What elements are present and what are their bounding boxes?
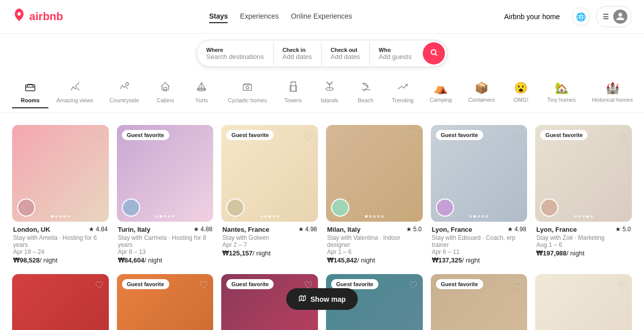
- favorite-button[interactable]: ♡: [513, 130, 522, 142]
- listing-image-wrap: ♡: [326, 125, 423, 222]
- checkout-value[interactable]: Add dates: [331, 53, 360, 60]
- tiny-homes-icon: 🏡: [555, 82, 568, 95]
- listing-dates: Apr 8 – 13: [118, 248, 213, 255]
- nav-experiences[interactable]: Experiences: [240, 10, 279, 23]
- search-checkout[interactable]: Check out Add dates: [321, 42, 370, 65]
- dot-indicator: [591, 215, 593, 218]
- listing-info: Turin, Italy ★ 4.88 Stay with Carmela · …: [117, 222, 214, 266]
- listing-card[interactable]: Guest favorite ♡ Rome, Italy ★ 4.96 Stay…: [431, 274, 528, 330]
- checkin-value[interactable]: Add dates: [283, 53, 312, 60]
- airbnb-home-button[interactable]: Airbnb your home: [498, 10, 566, 24]
- listing-host: Stay with Amelia · Hosting for 6 years: [13, 234, 108, 248]
- listing-card[interactable]: ♡ Paris, France ★ 4.91 Stay with Marc · …: [12, 274, 109, 330]
- main-nav: Stays Experiences Online Experiences: [209, 10, 352, 23]
- category-cabins[interactable]: Cabins: [147, 79, 183, 108]
- rooms-icon: [25, 81, 36, 95]
- nav-stays[interactable]: Stays: [209, 10, 228, 23]
- category-historical[interactable]: 🏰 Historical homes: [584, 80, 640, 108]
- favorite-button[interactable]: ♡: [199, 130, 208, 142]
- listing-card[interactable]: Guest favorite ♡ Amsterdam, Netherlands …: [117, 274, 214, 330]
- category-towers[interactable]: Towers: [275, 79, 311, 108]
- listing-card[interactable]: Guest favorite ♡ Nantes, France ★ 4.98 S…: [221, 125, 318, 266]
- category-trending[interactable]: Trending: [384, 79, 422, 108]
- host-avatar: [436, 199, 454, 217]
- listing-row-title: Nantes, France ★ 4.98: [222, 226, 317, 233]
- category-amazing-views[interactable]: Amazing views: [48, 79, 101, 108]
- dot-indicators: [574, 215, 593, 218]
- favorite-button[interactable]: ♡: [513, 279, 522, 291]
- favorite-button[interactable]: ♡: [618, 130, 627, 142]
- listing-card[interactable]: ♡ Milan, Italy ★ 5.0 Stay with Valentina…: [326, 125, 423, 266]
- listing-row-title: London, UK ★ 4.84: [13, 226, 108, 233]
- historical-label: Historical homes: [592, 97, 632, 103]
- favorite-button[interactable]: ♡: [95, 130, 104, 142]
- favorite-button[interactable]: ♡: [199, 279, 208, 291]
- category-containers[interactable]: 📦 Containers: [460, 80, 503, 108]
- tiny-homes-label: Tiny homes: [547, 97, 575, 103]
- listing-info: Milan, Italy ★ 5.0 Stay with Valentina ·…: [326, 222, 423, 266]
- cycladic-label: Cycladic homes: [228, 97, 267, 103]
- listing-card[interactable]: ♡ Vienna, Austria ★ 4.89 Stay with Hans …: [535, 274, 632, 330]
- search-checkin[interactable]: Check in Add dates: [274, 42, 322, 65]
- listing-card[interactable]: Guest favorite ♡ Lyon, France ★ 4.98 Sta…: [431, 125, 528, 266]
- favorite-button[interactable]: ♡: [409, 279, 418, 291]
- listing-image-wrap: Guest favorite ♡: [117, 125, 214, 222]
- star-icon: ★: [406, 226, 412, 233]
- dot-indicator: [277, 215, 279, 218]
- dot-indicator: [59, 215, 61, 218]
- guest-favorite-badge: Guest favorite: [436, 279, 483, 289]
- favorite-button[interactable]: ♡: [95, 279, 104, 291]
- favorite-button[interactable]: ♡: [409, 130, 418, 142]
- dot-indicator: [156, 215, 158, 218]
- listing-rating: ★ 4.88: [194, 226, 212, 233]
- cabins-icon: [160, 81, 171, 95]
- show-map-button[interactable]: Show map: [286, 288, 358, 310]
- category-cycladic[interactable]: Cycladic homes: [220, 79, 275, 108]
- category-rooms[interactable]: Rooms: [12, 79, 48, 108]
- listing-info: Lyon, France ★ 4.98 Stay with Edouard · …: [431, 222, 528, 266]
- globe-button[interactable]: 🌐: [572, 8, 590, 26]
- category-beachfront[interactable]: 🌊 Beachfront: [641, 80, 644, 108]
- user-menu[interactable]: ☰: [596, 6, 632, 27]
- listing-rating: ★ 4.98: [507, 226, 526, 233]
- category-islands[interactable]: Islands: [311, 79, 348, 108]
- listing-card[interactable]: Guest favorite ♡ Turin, Italy ★ 4.88 Sta…: [117, 125, 214, 266]
- favorite-button[interactable]: ♡: [618, 279, 627, 291]
- listing-price: ₩84,604/ night: [118, 256, 213, 264]
- globe-icon: 🌐: [576, 12, 586, 22]
- nav-online-experiences[interactable]: Online Experiences: [291, 10, 352, 23]
- listing-image-wrap: ♡: [12, 274, 109, 330]
- dot-indicator: [377, 215, 379, 218]
- who-label: Who: [379, 47, 412, 53]
- category-tiny-homes[interactable]: 🏡 Tiny homes: [539, 80, 584, 108]
- logo[interactable]: airbnb: [12, 8, 63, 25]
- search-button[interactable]: [423, 42, 445, 64]
- where-input[interactable]: Search destinations: [206, 53, 264, 60]
- search-icon: [430, 48, 438, 58]
- listing-host: Stay with Zoé · Marketing: [536, 234, 631, 241]
- host-avatar: [17, 199, 35, 217]
- dot-indicator: [381, 215, 383, 218]
- favorite-button[interactable]: ♡: [304, 130, 313, 142]
- svg-point-3: [125, 83, 128, 86]
- category-countryside[interactable]: Countryside: [101, 79, 147, 108]
- svg-rect-9: [291, 82, 295, 91]
- category-omg[interactable]: 😮 OMG!: [503, 80, 539, 108]
- listing-card[interactable]: ♡ London, UK ★ 4.84 Stay with Amelia · H…: [12, 125, 109, 266]
- listing-card[interactable]: Guest favorite ♡ Lyon, France ★ 5.0 Stay…: [535, 125, 632, 266]
- category-yurts[interactable]: Yurts: [183, 79, 220, 108]
- yurts-label: Yurts: [196, 97, 208, 103]
- towers-label: Towers: [284, 97, 302, 103]
- search-where[interactable]: Where Search destinations: [197, 42, 273, 65]
- who-value[interactable]: Add guests: [379, 53, 412, 60]
- listing-location: Milan, Italy: [327, 226, 360, 233]
- svg-point-8: [246, 86, 249, 89]
- category-beach[interactable]: Beach: [348, 79, 384, 108]
- listing-location: London, UK: [13, 226, 50, 233]
- category-camping[interactable]: ⛺ Camping: [422, 80, 460, 108]
- listing-image-wrap: ♡: [535, 274, 632, 330]
- logo-text: airbnb: [29, 10, 63, 23]
- listing-row-title: Lyon, France ★ 4.98: [432, 226, 527, 233]
- search-who[interactable]: Who Add guests: [370, 42, 421, 65]
- dot-indicator: [269, 215, 271, 218]
